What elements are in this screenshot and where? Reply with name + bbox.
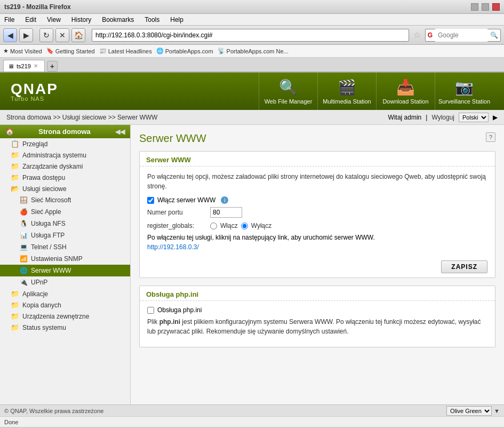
menu-edit[interactable]: Edit: [23, 15, 38, 25]
sidebar-item-telnet[interactable]: 💻 Telnet / SSH: [0, 241, 130, 253]
browser-toolbar: ◀ ▶ ↻ ✕ 🏠 ☆ G 🔍: [0, 26, 504, 45]
lang-arrow-icon: ▶: [493, 114, 498, 121]
sidebar-item-przeglad[interactable]: 📋 Przegląd: [0, 138, 130, 149]
enable-www-checkbox[interactable]: [147, 197, 154, 204]
port-label: Numer portu: [147, 209, 206, 216]
menu-view[interactable]: View: [45, 15, 63, 25]
close-button[interactable]: [492, 3, 500, 11]
sidebar-item-urzadzenia[interactable]: 📁 Urządzenia zewnętrzne: [0, 311, 130, 322]
save-button[interactable]: ZAPISZ: [441, 260, 487, 273]
status-icon: 📁: [11, 323, 19, 331]
sidebar-item-snmp[interactable]: 📶 Ustawienia SNMP: [0, 253, 130, 265]
sidebar-item-apple[interactable]: 🍎 Sieć Apple: [0, 206, 130, 218]
www-server-section: Serwer WWW Po włączeniu tej opcji, możes…: [139, 151, 495, 278]
upnp-icon: 🔌: [19, 278, 28, 287]
tab-close-button[interactable]: ✕: [34, 63, 38, 69]
port-input[interactable]: [210, 207, 242, 218]
microsoft-icon: 🪟: [19, 196, 28, 204]
enable-php-checkbox[interactable]: [147, 307, 154, 314]
sidebar-item-status[interactable]: 📁 Status systemu: [0, 322, 130, 333]
php-ini-section-title: Obsługa php.ini: [140, 286, 495, 301]
menu-file[interactable]: File: [2, 15, 17, 25]
register-globals-off-label: Wyłącz: [251, 222, 272, 229]
app-download-station[interactable]: 📥 Download Station: [376, 73, 435, 110]
language-select[interactable]: Polski: [459, 113, 489, 122]
admin-icon: 📁: [11, 151, 19, 159]
info-icon[interactable]: i: [221, 196, 228, 204]
bookmark-portableapps-ne[interactable]: 📡 PortableApps.com Ne...: [218, 47, 289, 54]
rss2-icon: 📡: [218, 47, 225, 54]
aplikacje-icon: 📁: [11, 290, 19, 298]
restore-button[interactable]: [482, 3, 489, 11]
done-label: Done: [4, 419, 18, 425]
php-ini-section-body: Obsługa php.ini Plik php.ini jest plikie…: [140, 301, 495, 347]
reload-button[interactable]: ↻: [39, 28, 53, 42]
search-input[interactable]: [435, 29, 488, 42]
user-greeting: Witaj admin: [388, 114, 422, 121]
menu-history[interactable]: History: [69, 15, 93, 25]
search-button[interactable]: 🔍: [488, 31, 500, 39]
bookmark-star[interactable]: ☆: [411, 30, 423, 40]
logout-link[interactable]: Wyloguj: [431, 114, 454, 121]
sidebar-item-aplikacje[interactable]: 📁 Aplikacje: [0, 288, 130, 299]
sidebar-item-www[interactable]: 🌐 Serwer WWW: [0, 265, 130, 276]
register-globals-on-radio[interactable]: [210, 223, 217, 229]
bookmarks-bar: ★ Most Visited 🔖 Getting Started 📰 Lates…: [0, 45, 504, 58]
new-tab-button[interactable]: +: [47, 61, 58, 72]
sidebar-item-kopia[interactable]: 📁 Kopia danych: [0, 299, 130, 311]
sidebar: 🏠 Strona domowa ◀◀ 📋 Przegląd 📁 Administ…: [0, 125, 131, 405]
sidebar-item-nfs[interactable]: 🐧 Usługa NFS: [0, 218, 130, 229]
php-ini-section: Obsługa php.ini Obsługa php.ini Plik php…: [139, 286, 495, 347]
surveillance-station-icon: 📷: [455, 78, 474, 96]
sidebar-item-prawa[interactable]: 📁 Prawa dostępu: [0, 172, 130, 183]
qnap-main: 🏠 Strona domowa ◀◀ 📋 Przegląd 📁 Administ…: [0, 125, 504, 405]
register-globals-off-radio[interactable]: [241, 223, 248, 229]
minimize-button[interactable]: [471, 3, 478, 11]
browser-menubar: File Edit View History Bookmarks Tools H…: [0, 14, 504, 26]
qnap-app: QNAP Turbo NAS 🔍 Web File Manager 🎬 Mult…: [0, 73, 504, 416]
telnet-icon: 💻: [19, 243, 28, 251]
tab-ts219[interactable]: 🖥 ts219 ✕: [3, 60, 45, 72]
sidebar-item-microsoft[interactable]: 🪟 Sieć Microsoft: [0, 194, 130, 206]
menu-help[interactable]: Help: [168, 15, 186, 25]
app-multimedia-station[interactable]: 🎬 Multimedia Station: [317, 73, 376, 110]
www-link[interactable]: http://192.168.0.3/: [147, 243, 199, 251]
qnap-logo: QNAP Turbo NAS: [11, 81, 58, 102]
bookmark-portableapps[interactable]: 🌐 PortableApps.com: [156, 47, 213, 54]
app-web-file-manager[interactable]: 🔍 Web File Manager: [259, 73, 317, 110]
kopia-icon: 📁: [11, 301, 19, 309]
register-globals-on-label: Włącz: [220, 222, 238, 229]
sidebar-item-admin[interactable]: 📁 Administracja systemu: [0, 149, 130, 161]
www-link-desc: Po włączeniu tej usługi, kliknij na nast…: [147, 234, 487, 241]
home-button[interactable]: 🏠: [71, 28, 85, 42]
multimedia-station-icon: 🎬: [338, 78, 356, 96]
copyright-text: © QNAP, Wszelkie prawa zastrzeżone: [4, 408, 103, 414]
sidebar-item-dyski[interactable]: 📁 Zarządzanie dyskami: [0, 161, 130, 172]
google-icon: G: [426, 31, 435, 39]
bookmark-headlines[interactable]: 📰 Latest Headlines: [99, 47, 152, 54]
tabs-bar: 🖥 ts219 ✕ +: [0, 58, 504, 73]
sidebar-item-uslugi[interactable]: 📂 Usługi sieciowe: [0, 183, 130, 194]
back-button[interactable]: ◀: [3, 28, 17, 42]
sidebar-item-upnp[interactable]: 🔌 UPnP: [0, 276, 130, 288]
sidebar-item-ftp[interactable]: 📊 Usługa FTP: [0, 229, 130, 241]
sidebar-collapse-button[interactable]: ◀◀: [115, 128, 125, 136]
register-globals-label: register_globals:: [147, 222, 206, 229]
bookmark-most-visited[interactable]: ★ Most Visited: [3, 47, 42, 54]
app-surveillance-station[interactable]: 📷 Surveillance Station: [435, 73, 493, 110]
home-icon: 🏠: [5, 128, 14, 136]
url-bar[interactable]: [92, 29, 409, 42]
menu-bookmarks[interactable]: Bookmarks: [100, 15, 136, 25]
php-ini-description: Plik php.ini jest plikiem konfiguracyjny…: [147, 317, 487, 336]
status-bar: © QNAP, Wszelkie prawa zastrzeżone Olive…: [0, 405, 504, 416]
help-icon[interactable]: ?: [486, 132, 495, 142]
forward-button[interactable]: ▶: [19, 28, 33, 42]
stop-button[interactable]: ✕: [55, 28, 69, 42]
bookmark-getting-started[interactable]: 🔖 Getting Started: [46, 47, 95, 54]
nfs-icon: 🐧: [19, 219, 28, 228]
theme-select[interactable]: Olive Green: [446, 406, 492, 416]
portableapps-icon: 🌐: [156, 47, 164, 54]
qnap-nav-bar: Strona domowa >> Usługi sieciowe >> Serw…: [0, 110, 504, 125]
rss-icon: 📰: [99, 47, 107, 54]
menu-tools[interactable]: Tools: [142, 15, 162, 25]
